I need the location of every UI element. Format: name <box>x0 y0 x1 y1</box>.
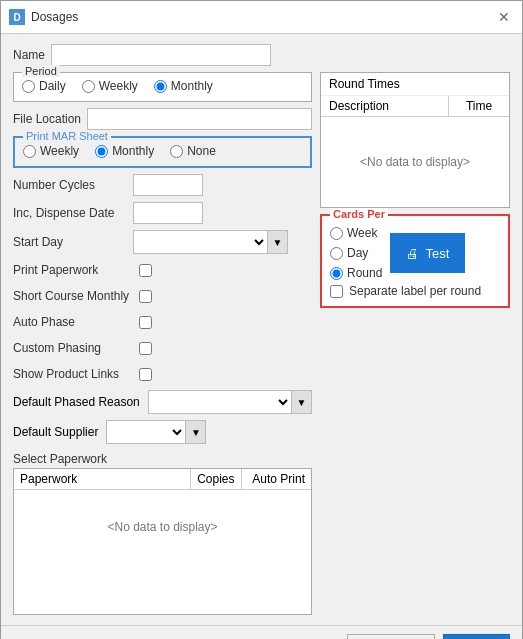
start-day-select[interactable] <box>134 231 267 253</box>
file-location-input[interactable] <box>87 108 312 130</box>
period-daily-label: Daily <box>39 79 66 93</box>
cards-per-label: Cards Per <box>330 208 388 220</box>
cards-per-week-label: Week <box>347 226 377 240</box>
close-button[interactable]: ✕ <box>494 7 514 27</box>
default-phased-reason-arrow[interactable]: ▼ <box>291 391 311 413</box>
left-col: Period Daily Weekly Monthly <box>13 72 312 615</box>
short-course-monthly-row: Short Course Monthly <box>13 286 312 306</box>
footer: ✕ Cancel ✔ OK <box>1 625 522 639</box>
cards-per-week-radio[interactable] <box>330 227 343 240</box>
number-cycles-row: Number Cycles <box>13 174 312 196</box>
cards-per-week: Week <box>330 226 382 240</box>
period-daily: Daily <box>22 79 66 93</box>
name-label: Name <box>13 48 45 62</box>
cards-per-round-radio[interactable] <box>330 267 343 280</box>
select-paperwork-section: Select Paperwork Paperwork Copies Auto P… <box>13 452 312 615</box>
main-body: Period Daily Weekly Monthly <box>13 72 510 615</box>
separate-label-checkbox[interactable] <box>330 285 343 298</box>
round-times-title: Round Times <box>321 73 509 96</box>
period-weekly-label: Weekly <box>99 79 138 93</box>
mar-radio-row: Weekly Monthly None <box>23 142 302 158</box>
period-weekly-radio[interactable] <box>82 80 95 93</box>
name-input[interactable] <box>51 44 271 66</box>
inc-dispense-label: Inc, Dispense Date <box>13 206 133 220</box>
right-col: Round Times Description Time <No data to… <box>320 72 510 615</box>
default-supplier-arrow[interactable]: ▼ <box>185 421 205 443</box>
default-phased-reason-row: Default Phased Reason ▼ <box>13 390 312 414</box>
start-day-dropdown-arrow[interactable]: ▼ <box>267 231 287 253</box>
cards-per-round-label: Round <box>347 266 382 280</box>
file-location-label: File Location <box>13 112 81 126</box>
mar-monthly-label: Monthly <box>112 144 154 158</box>
inc-dispense-row: Inc, Dispense Date <box>13 202 312 224</box>
default-supplier-select[interactable] <box>107 421 185 443</box>
separate-label-row: Separate label per round <box>330 284 500 298</box>
mar-none: None <box>170 144 216 158</box>
inc-dispense-input[interactable] <box>133 202 203 224</box>
ok-button[interactable]: ✔ OK <box>443 634 510 639</box>
custom-phasing-label: Custom Phasing <box>13 341 133 355</box>
mar-monthly-radio[interactable] <box>95 145 108 158</box>
mar-weekly: Weekly <box>23 144 79 158</box>
short-course-monthly-checkbox[interactable] <box>139 290 152 303</box>
test-btn-label: Test <box>425 246 449 261</box>
window-title: Dosages <box>31 10 78 24</box>
auto-phase-checkbox[interactable] <box>139 316 152 329</box>
mar-none-label: None <box>187 144 216 158</box>
file-location-row: File Location <box>13 108 312 130</box>
cards-per-radio-col: Week Day Round <box>330 226 382 280</box>
title-bar-left: D Dosages <box>9 9 78 25</box>
paperwork-col-copies: Copies <box>191 469 241 490</box>
printer-icon: 🖨 <box>406 246 419 261</box>
auto-phase-row: Auto Phase <box>13 312 312 332</box>
round-times-box: Round Times Description Time <No data to… <box>320 72 510 208</box>
cards-per-box: Cards Per Week Day <box>320 214 510 308</box>
default-phased-reason-select[interactable] <box>149 391 291 413</box>
form-content: Name Period Daily Weekly <box>1 34 522 625</box>
show-product-links-label: Show Product Links <box>13 367 133 381</box>
print-paperwork-label: Print Paperwork <box>13 263 133 277</box>
show-product-links-row: Show Product Links <box>13 364 312 384</box>
period-monthly-label: Monthly <box>171 79 213 93</box>
round-times-col-desc: Description <box>321 96 449 116</box>
name-row: Name <box>13 44 510 66</box>
print-paperwork-checkbox[interactable] <box>139 264 152 277</box>
round-times-col-time: Time <box>449 96 509 116</box>
cards-per-day: Day <box>330 246 382 260</box>
round-times-no-data: <No data to display> <box>321 117 509 207</box>
cancel-button[interactable]: ✕ Cancel <box>347 634 434 639</box>
mar-weekly-radio[interactable] <box>23 145 36 158</box>
start-day-label: Start Day <box>13 235 133 249</box>
period-group-label: Period <box>22 65 60 77</box>
mar-monthly: Monthly <box>95 144 154 158</box>
custom-phasing-checkbox[interactable] <box>139 342 152 355</box>
paperwork-col-auto-print: Auto Print <box>241 469 311 490</box>
mar-none-radio[interactable] <box>170 145 183 158</box>
period-daily-radio[interactable] <box>22 80 35 93</box>
default-supplier-row: Default Supplier ▼ <box>13 420 312 444</box>
number-cycles-label: Number Cycles <box>13 178 133 192</box>
print-mar-label: Print MAR Sheet <box>23 130 111 142</box>
print-paperwork-row: Print Paperwork <box>13 260 312 280</box>
default-supplier-label: Default Supplier <box>13 425 98 439</box>
select-paperwork-label: Select Paperwork <box>13 452 312 466</box>
paperwork-no-data-text: <No data to display> <box>14 490 311 565</box>
show-product-links-checkbox[interactable] <box>139 368 152 381</box>
short-course-monthly-label: Short Course Monthly <box>13 289 133 303</box>
start-day-row: Start Day ▼ <box>13 230 312 254</box>
separate-label-text: Separate label per round <box>349 284 481 298</box>
period-weekly: Weekly <box>82 79 138 93</box>
test-button[interactable]: 🖨 Test <box>390 233 465 273</box>
paperwork-col-paperwork: Paperwork <box>14 469 191 490</box>
print-mar-group: Print MAR Sheet Weekly Monthly None <box>13 136 312 168</box>
mar-weekly-label: Weekly <box>40 144 79 158</box>
cards-per-round: Round <box>330 266 382 280</box>
number-cycles-input[interactable] <box>133 174 203 196</box>
period-radio-row: Daily Weekly Monthly <box>22 77 303 93</box>
auto-phase-label: Auto Phase <box>13 315 133 329</box>
default-phased-reason-label: Default Phased Reason <box>13 395 140 409</box>
cards-per-day-radio[interactable] <box>330 247 343 260</box>
custom-phasing-row: Custom Phasing <box>13 338 312 358</box>
paperwork-table: Paperwork Copies Auto Print <No data to … <box>14 469 311 564</box>
period-monthly-radio[interactable] <box>154 80 167 93</box>
